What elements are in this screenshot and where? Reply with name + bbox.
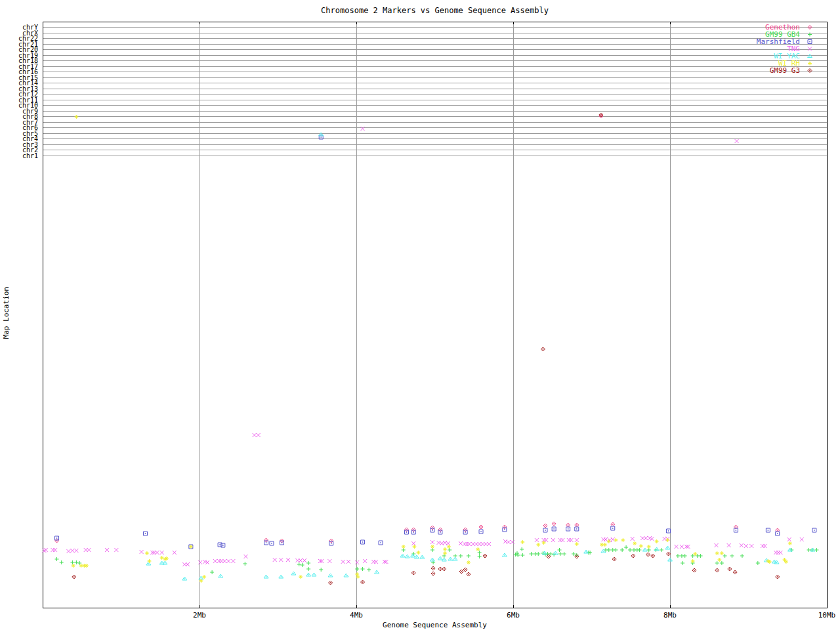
y-axis-chromosome-labels: chrYchrXchr22chr21chr20chr19chr18chr17ch… [0, 0, 39, 197]
wi-rh-marker-icon [805, 60, 815, 67]
series-gm99-gb4 [55, 545, 819, 574]
legend-entry-gm99-g3: GM99 G3 [757, 67, 815, 74]
gm99-g3-marker-icon [805, 67, 815, 74]
legend-label: GM99 G3 [770, 67, 800, 74]
legend: GenethonGM99 GB4MarshfieldTNGWI YACWI RH… [757, 24, 815, 74]
chromosome-label-chr1: chr1 [0, 153, 38, 159]
chart-canvas: Chromosome 2 Markers vs Genome Sequence … [0, 0, 840, 630]
gm99-gb4-marker-icon [805, 31, 815, 38]
plot-border [43, 22, 827, 608]
marshfield-marker-icon [805, 38, 815, 45]
tng-marker-icon [805, 45, 815, 52]
series-genethon [55, 114, 780, 543]
series-marshfield [55, 135, 816, 549]
wi-yac-marker-icon [805, 52, 815, 60]
series-gm99-g3 [72, 113, 780, 585]
gridlines [43, 22, 827, 608]
legend-entry-marshfield: Marshfield [757, 38, 815, 45]
series-tng [42, 127, 803, 566]
series-wi-yac [146, 133, 815, 580]
series-wi-rh [72, 115, 792, 583]
plot-area [0, 0, 840, 630]
genethon-marker-icon [805, 24, 815, 31]
